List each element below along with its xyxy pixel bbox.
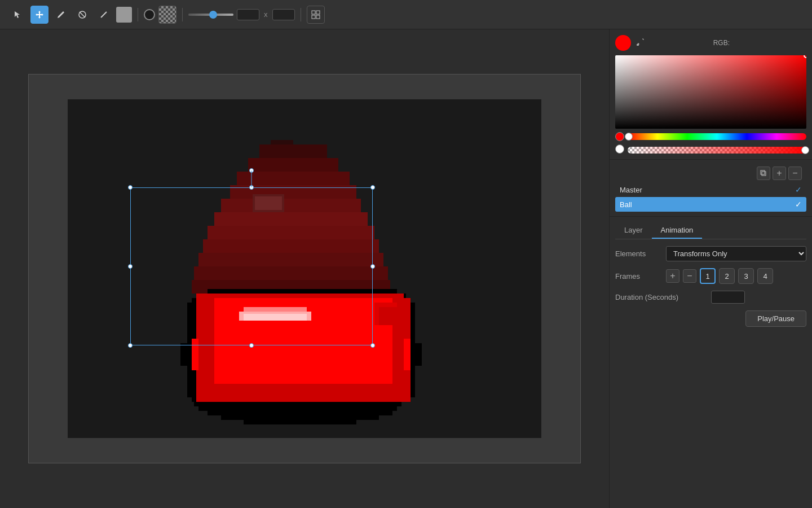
rgb-b-input[interactable]: 0	[786, 39, 806, 47]
toolbar: 51 x 51	[0, 0, 812, 29]
svg-rect-6	[316, 11, 320, 14]
layer-ball-label: Ball	[620, 200, 632, 209]
selection-border	[130, 187, 373, 345]
svg-rect-5	[312, 11, 315, 14]
separator-2	[182, 8, 183, 21]
size-separator: x	[264, 10, 268, 19]
duration-input[interactable]: 0.8	[711, 291, 745, 304]
layer-item-ball[interactable]: Ball ✓	[615, 197, 806, 212]
svg-rect-46	[379, 307, 397, 325]
svg-rect-58	[761, 170, 765, 174]
frame-2-btn[interactable]: 2	[719, 268, 735, 284]
duration-row: Duration (Seconds) 0.8	[615, 291, 806, 304]
handle-bl[interactable]	[128, 343, 133, 348]
layer-ball-check: ✓	[795, 200, 802, 209]
grid-btn[interactable]	[307, 6, 325, 24]
move-tool-btn[interactable]	[30, 6, 48, 24]
erase-tool-btn[interactable]	[73, 6, 91, 24]
hue-slider[interactable]	[628, 133, 806, 140]
elements-label: Elements	[615, 249, 660, 258]
layer-master-label: Master	[620, 186, 642, 194]
alpha-slider[interactable]	[628, 147, 806, 154]
svg-rect-47	[221, 402, 379, 406]
background-color-btn[interactable]	[158, 6, 176, 24]
handle-tr[interactable]	[370, 185, 375, 190]
handle-br[interactable]	[370, 343, 375, 348]
line-tool-btn[interactable]	[95, 6, 113, 24]
frames-controls: + − 1 2 3 4	[666, 268, 773, 284]
tabs-row: Layer Animation	[615, 222, 806, 239]
handle-bm[interactable]	[249, 343, 254, 348]
hue-thumb	[625, 133, 633, 141]
alpha-color-circle	[615, 144, 624, 154]
height-input[interactable]: 51	[272, 9, 295, 20]
svg-rect-34	[244, 420, 356, 424]
width-input[interactable]: 51	[237, 9, 259, 20]
add-frame-btn[interactable]: +	[666, 269, 679, 283]
canvas-area[interactable]	[0, 29, 609, 508]
main-content: RGB: 255 0 0	[0, 29, 812, 508]
handle-mr[interactable]	[370, 264, 375, 269]
svg-rect-55	[404, 339, 411, 370]
svg-rect-8	[316, 15, 320, 19]
remove-frame-btn[interactable]: −	[683, 269, 696, 283]
duration-label: Duration (Seconds)	[615, 293, 705, 301]
separator-1	[138, 8, 138, 21]
rgb-label: RGB:	[713, 39, 730, 47]
eyedropper-btn[interactable]	[636, 37, 646, 49]
foreground-color-btn[interactable]	[144, 9, 155, 20]
rotate-line	[251, 170, 252, 187]
canvas-wrapper	[28, 74, 581, 463]
separator-3	[301, 8, 301, 21]
svg-rect-4	[100, 11, 107, 17]
svg-rect-48	[230, 406, 370, 411]
svg-rect-56	[637, 44, 639, 46]
layer-toolbar: + −	[615, 164, 806, 182]
rgb-g-input[interactable]: 0	[761, 39, 782, 47]
brush-size-thumb	[209, 11, 217, 19]
alpha-thumb	[801, 146, 809, 154]
select-tool-btn[interactable]	[9, 6, 27, 24]
frame-4-btn[interactable]: 4	[757, 268, 773, 284]
tab-animation[interactable]: Animation	[652, 222, 703, 239]
fill-color-swatch[interactable]	[116, 7, 132, 23]
selection-overlay	[130, 187, 373, 345]
copy-layer-btn[interactable]	[757, 167, 770, 180]
layer-list-section: + − Master ✓ Ball ✓	[610, 160, 812, 217]
color-top-row: RGB: 255 0 0	[615, 35, 806, 51]
elements-row: Elements Transforms Only All Elements Se…	[615, 246, 806, 261]
svg-rect-49	[244, 411, 356, 415]
add-layer-btn[interactable]: +	[773, 167, 786, 180]
hue-slider-container	[615, 132, 806, 141]
color-swatch-large[interactable]	[615, 35, 631, 51]
svg-marker-1	[36, 11, 43, 19]
color-gradient[interactable]	[615, 55, 806, 129]
svg-rect-7	[312, 15, 315, 19]
frames-label: Frames	[615, 272, 660, 281]
anim-section: Layer Animation Elements Transforms Only…	[610, 217, 812, 508]
frames-row: Frames + − 1 2 3 4	[615, 268, 806, 284]
frame-3-btn[interactable]: 3	[738, 268, 754, 284]
brush-size-slider[interactable]	[188, 14, 233, 16]
tab-layer[interactable]: Layer	[615, 222, 652, 239]
layer-item-master[interactable]: Master ✓	[615, 182, 806, 197]
svg-marker-0	[15, 11, 20, 18]
svg-rect-57	[762, 172, 766, 176]
elements-select[interactable]: Transforms Only All Elements Selected El…	[666, 246, 806, 261]
remove-layer-btn[interactable]: −	[788, 167, 802, 180]
gradient-cursor	[804, 55, 806, 58]
brush-size-slider-container	[188, 14, 233, 16]
right-panel: RGB: 255 0 0	[609, 29, 812, 508]
handle-tl[interactable]	[128, 185, 133, 190]
hue-color-circle	[615, 132, 624, 141]
svg-rect-33	[221, 415, 379, 420]
svg-rect-41	[196, 384, 404, 402]
handle-ml[interactable]	[128, 264, 133, 269]
layer-master-check: ✓	[795, 185, 802, 194]
alpha-slider-container	[615, 144, 806, 154]
play-pause-btn[interactable]: Play/Pause	[745, 310, 806, 327]
draw-tool-btn[interactable]	[52, 6, 70, 24]
rgb-r-input[interactable]: 255	[736, 39, 757, 47]
frame-1-btn[interactable]: 1	[700, 268, 716, 284]
svg-line-3	[80, 12, 85, 17]
